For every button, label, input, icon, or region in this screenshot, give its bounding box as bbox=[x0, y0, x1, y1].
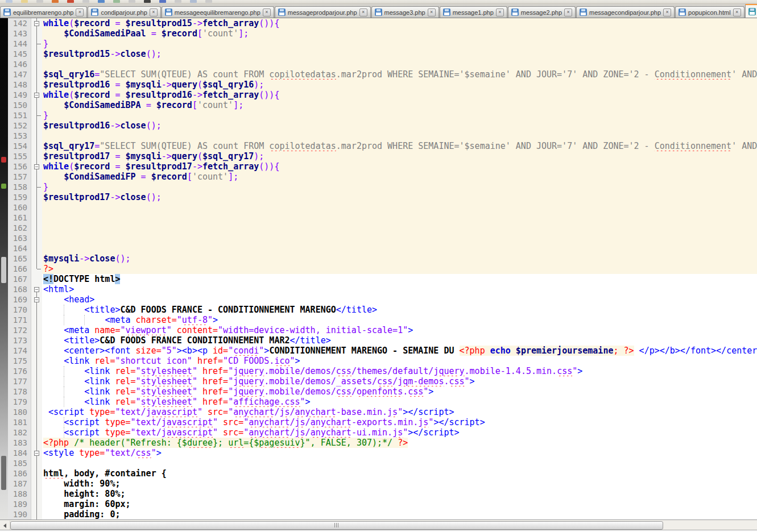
code-text[interactable] bbox=[42, 223, 757, 233]
code-line-146[interactable]: 146 bbox=[8, 59, 757, 69]
tab-close-icon[interactable]: × bbox=[428, 9, 436, 16]
code-text[interactable]: <link rel="stylesheet" href="jquery.mobi… bbox=[42, 366, 757, 376]
horizontal-scrollbar[interactable] bbox=[0, 519, 757, 530]
code-line-153[interactable]: 153 bbox=[8, 131, 757, 141]
code-text[interactable]: padding: 0; bbox=[42, 509, 757, 519]
code-text[interactable]: <style type="text/css"> bbox=[42, 448, 757, 458]
code-text[interactable] bbox=[42, 233, 757, 243]
code-text[interactable]: margin: 60px; bbox=[42, 499, 757, 509]
tab-messageprodparjour.php[interactable]: messageprodparjour.php× bbox=[275, 6, 371, 18]
code-line-154[interactable]: 154$sql_qry17="SELECT SUM(QTEUE) AS coun… bbox=[8, 141, 757, 151]
tab-message2.php[interactable]: message2.php× bbox=[508, 6, 576, 18]
code-line-186[interactable]: 186html, body, #container { bbox=[8, 468, 757, 479]
tab-message1.php[interactable]: message1.php× bbox=[440, 6, 507, 18]
code-text[interactable] bbox=[42, 202, 757, 213]
code-text[interactable]: <link rel="shortcut icon" href="CD FOODS… bbox=[42, 356, 757, 366]
code-text[interactable]: $mysqli->close(); bbox=[42, 253, 757, 264]
code-line-175[interactable]: 175 <link rel="shortcut icon" href="CD F… bbox=[8, 356, 757, 366]
code-text[interactable] bbox=[42, 59, 757, 69]
code-line-144[interactable]: 144} bbox=[8, 39, 757, 49]
code-text[interactable]: $sql_qry16="SELECT SUM(QTEUE) AS count F… bbox=[42, 69, 757, 80]
code-text[interactable]: while($record = $resultprod16->fetch_arr… bbox=[42, 90, 757, 100]
tab-close-icon[interactable]: × bbox=[733, 9, 741, 16]
code-line-189[interactable]: 189 margin: 60px; bbox=[8, 499, 757, 509]
code-text[interactable]: ?> bbox=[42, 264, 757, 274]
code-line-172[interactable]: 172 <meta name="viewport" content="width… bbox=[8, 325, 757, 335]
code-text[interactable]: while($record = $resultprod17->fetch_arr… bbox=[42, 161, 757, 172]
code-line-150[interactable]: 150 $CondiSamediBPA = $record['count']; bbox=[8, 100, 757, 110]
code-text[interactable]: <center><font size="5"><b><p id="condi">… bbox=[42, 346, 757, 356]
code-text[interactable] bbox=[42, 131, 757, 141]
code-line-174[interactable]: 174 <center><font size="5"><b><p id="con… bbox=[8, 346, 757, 356]
code-text[interactable]: <head> bbox=[42, 294, 757, 305]
code-line-170[interactable]: 170 <title>C&D FOODS FRANCE - CONDITIONN… bbox=[8, 305, 757, 315]
code-line-159[interactable]: 159$resultprod17->close(); bbox=[8, 192, 757, 202]
tab-close-icon[interactable]: × bbox=[263, 9, 271, 16]
code-line-155[interactable]: 155$resultprod17 = $mysqli->query($sql_q… bbox=[8, 151, 757, 161]
code-line-163[interactable]: 163 bbox=[8, 233, 757, 243]
code-text[interactable] bbox=[42, 458, 757, 468]
code-text[interactable]: <?php /* header("Refresh: {$duree}; url=… bbox=[42, 438, 757, 448]
code-text[interactable]: } bbox=[42, 182, 757, 192]
tab-condiparjour.php[interactable]: condiparjour.php× bbox=[88, 6, 160, 18]
tab-close-icon[interactable]: × bbox=[76, 9, 84, 16]
code-text[interactable]: width: 90%; bbox=[42, 479, 757, 489]
code-text[interactable]: } bbox=[42, 39, 757, 49]
code-line-156[interactable]: 156while($record = $resultprod17->fetch_… bbox=[8, 161, 757, 172]
code-line-164[interactable]: 164 bbox=[8, 243, 757, 253]
fold-collapse-icon[interactable] bbox=[31, 18, 42, 28]
code-text[interactable] bbox=[42, 243, 757, 253]
code-line-178[interactable]: 178 <link rel="stylesheet" href="jquery.… bbox=[8, 386, 757, 397]
tab-close-icon[interactable]: × bbox=[150, 9, 158, 16]
code-line-168[interactable]: 168<html> bbox=[8, 284, 757, 294]
code-line-166[interactable]: 166?> bbox=[8, 264, 757, 274]
code-line-151[interactable]: 151} bbox=[8, 110, 757, 120]
tab-close-icon[interactable]: × bbox=[496, 9, 504, 16]
fold-collapse-icon[interactable] bbox=[31, 284, 42, 294]
code-line-161[interactable]: 161 bbox=[8, 213, 757, 223]
code-text[interactable]: <link rel="stylesheet" href="affichage.c… bbox=[42, 397, 757, 407]
code-text[interactable]: } bbox=[42, 110, 757, 120]
code-text[interactable]: while($record = $resultprod15->fetch_arr… bbox=[42, 18, 757, 28]
code-text[interactable]: <html> bbox=[42, 284, 757, 294]
fold-collapse-icon[interactable] bbox=[31, 448, 42, 458]
code-line-181[interactable]: 181 <script type="text/javascript" src="… bbox=[8, 417, 757, 427]
code-line-190[interactable]: 190 padding: 0; bbox=[8, 509, 757, 519]
code-text[interactable]: html, body, #container { bbox=[42, 468, 757, 479]
tab-popupicon.html[interactable]: popupicon.html× bbox=[675, 6, 744, 18]
code-text[interactable]: $resultprod15->close(); bbox=[42, 49, 757, 59]
code-text[interactable]: <meta charset="utf-8"> bbox=[42, 315, 757, 325]
code-line-176[interactable]: 176 <link rel="stylesheet" href="jquery.… bbox=[8, 366, 757, 376]
tab-close-icon[interactable]: × bbox=[564, 9, 572, 16]
code-line-149[interactable]: 149while($record = $resultprod16->fetch_… bbox=[8, 90, 757, 100]
code-line-165[interactable]: 165$mysqli->close(); bbox=[8, 253, 757, 264]
code-line-148[interactable]: 148$resultprod16 = $mysqli->query($sql_q… bbox=[8, 80, 757, 90]
code-line-185[interactable]: 185 bbox=[8, 458, 757, 468]
code-text[interactable]: <title>C&D FOODS FRANCE CONDITIONNEMENT … bbox=[42, 335, 757, 346]
code-line-187[interactable]: 187 width: 90%; bbox=[8, 479, 757, 489]
code-line-145[interactable]: 145$resultprod15->close(); bbox=[8, 49, 757, 59]
code-text[interactable]: $resultprod17->close(); bbox=[42, 192, 757, 202]
code-text[interactable]: <title>C&D FOODS FRANCE - CONDITIONNEMEN… bbox=[42, 305, 757, 315]
code-line-147[interactable]: 147$sql_qry16="SELECT SUM(QTEUE) AS coun… bbox=[8, 69, 757, 80]
code-text[interactable]: <link rel="stylesheet" href="jquery.mobi… bbox=[42, 386, 757, 397]
code-line-158[interactable]: 158} bbox=[8, 182, 757, 192]
scrollbar-thumb[interactable] bbox=[10, 521, 663, 530]
code-line-167[interactable]: 167<!DOCTYPE html> bbox=[8, 274, 757, 284]
code-line-143[interactable]: 143 $CondiSamediPaal = $record['count']; bbox=[8, 28, 757, 39]
code-editor[interactable]: 142while($record = $resultprod15->fetch_… bbox=[0, 18, 757, 519]
fold-collapse-icon[interactable] bbox=[31, 294, 42, 305]
code-text[interactable]: <script type="text/javascript" src="anyc… bbox=[42, 427, 757, 438]
code-text[interactable]: $resultprod16->close(); bbox=[42, 120, 757, 131]
tab-messageequilibremarengo.php[interactable]: messageequilibremarengo.php× bbox=[162, 6, 274, 18]
code-line-179[interactable]: 179 <link rel="stylesheet" href="afficha… bbox=[8, 397, 757, 407]
fold-collapse-icon[interactable] bbox=[31, 161, 42, 172]
code-text[interactable]: $CondiSamediFP = $record['count']; bbox=[42, 172, 757, 182]
code-text[interactable]: $CondiSamediPaal = $record['count']; bbox=[42, 28, 757, 39]
code-line-169[interactable]: 169 <head> bbox=[8, 294, 757, 305]
tab-close-icon[interactable]: × bbox=[359, 9, 367, 16]
code-line-182[interactable]: 182 <script type="text/javascript" src="… bbox=[8, 427, 757, 438]
tab-equilibremarengo.php[interactable]: equilibremarengo.php× bbox=[0, 6, 87, 18]
code-line-183[interactable]: 183<?php /* header("Refresh: {$duree}; u… bbox=[8, 438, 757, 448]
code-text[interactable]: $resultprod17 = $mysqli->query($sql_qry1… bbox=[42, 151, 757, 161]
